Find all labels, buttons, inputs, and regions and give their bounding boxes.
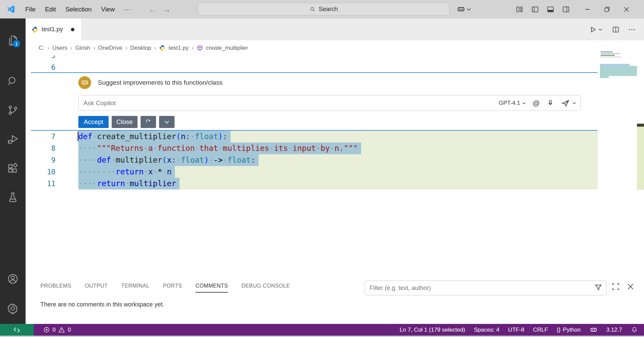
testing-icon[interactable] bbox=[0, 186, 26, 209]
model-picker-button[interactable]: GPT-4.1 bbox=[499, 100, 526, 107]
menu-view[interactable]: View bbox=[97, 0, 120, 18]
vscode-logo bbox=[6, 5, 15, 14]
code-line-6[interactable]: 6 bbox=[31, 61, 598, 73]
remote-indicator[interactable] bbox=[0, 324, 34, 336]
mention-context-button[interactable]: @ bbox=[533, 99, 540, 107]
close-button[interactable]: Close bbox=[112, 116, 138, 128]
breadcrumb-item-onedrive[interactable]: OneDrive bbox=[98, 45, 122, 51]
run-python-file-button[interactable] bbox=[589, 25, 602, 34]
breadcrumb-item-test1-py[interactable]: test1.py bbox=[168, 45, 189, 51]
selected-code-text: ········return·x·*·n bbox=[78, 166, 175, 178]
editor[interactable]: 5 6 Suggest improvements to this functio… bbox=[31, 55, 600, 279]
search-input[interactable]: Search bbox=[198, 3, 450, 15]
tab-test1-py[interactable]: test1.py bbox=[26, 18, 82, 40]
python-interpreter-status[interactable]: 3.12.7 bbox=[606, 327, 622, 333]
breadcrumb-separator: › bbox=[47, 45, 49, 51]
split-editor-button[interactable] bbox=[612, 26, 620, 34]
code-line-11[interactable]: 11····return·multiplier bbox=[31, 178, 598, 189]
breadcrumb-item-desktop[interactable]: Desktop bbox=[130, 45, 151, 51]
warning-icon bbox=[58, 326, 65, 334]
symbol-method-icon bbox=[197, 45, 203, 51]
line-number: 11 bbox=[31, 180, 55, 188]
copilot-icon bbox=[457, 5, 465, 14]
code-line-9[interactable]: 9····def·multiplier(x:·float)·->·float: bbox=[31, 154, 598, 166]
panel-tab-problems[interactable]: PROBLEMS bbox=[40, 283, 71, 293]
panel-tab-debug-console[interactable]: DEBUG CONSOLE bbox=[241, 283, 290, 293]
send-button[interactable] bbox=[561, 99, 576, 108]
minimize-button[interactable] bbox=[578, 0, 597, 18]
encoding-status[interactable]: UTF-8 bbox=[508, 327, 524, 333]
selected-code-text: def·create_multiplier(n:·float): bbox=[78, 131, 231, 142]
toggle-primary-sidebar-icon[interactable] bbox=[527, 0, 543, 18]
panel-tab-comments[interactable]: COMMENTS bbox=[195, 283, 228, 293]
copilot-menu-button[interactable] bbox=[457, 0, 471, 18]
accept-button[interactable]: Accept bbox=[78, 116, 109, 128]
panel-tab-ports[interactable]: PORTS bbox=[163, 283, 182, 293]
navigate-forward-icon[interactable]: → bbox=[162, 5, 171, 14]
editor-more-actions-button[interactable] bbox=[628, 26, 636, 34]
code-line-10[interactable]: 10········return·x·*·n bbox=[31, 166, 598, 178]
breadcrumb-item-users[interactable]: Users bbox=[52, 45, 67, 51]
copilot-status[interactable] bbox=[590, 326, 598, 334]
run-debug-icon[interactable] bbox=[0, 128, 26, 151]
toggle-panel-icon[interactable] bbox=[543, 0, 558, 18]
language-mode-status[interactable]: {}Python bbox=[557, 327, 580, 333]
panel-tab-output[interactable]: OUTPUT bbox=[85, 283, 108, 293]
copilot-avatar-icon bbox=[78, 76, 91, 89]
unsaved-changes-dot[interactable] bbox=[71, 28, 74, 31]
customize-layout-icon[interactable] bbox=[512, 0, 527, 18]
eol-status[interactable]: CRLF bbox=[533, 327, 548, 333]
error-count: 0 bbox=[52, 327, 55, 333]
inline-chat-prompt-text: Suggest improvements to this function/cl… bbox=[98, 79, 223, 86]
filter-icon[interactable] bbox=[594, 283, 603, 292]
code-line-5[interactable]: 5 bbox=[31, 55, 598, 61]
navigate-back-icon[interactable]: ← bbox=[148, 5, 156, 14]
breadcrumb-item-girish[interactable]: Girish bbox=[75, 45, 90, 51]
more-options-button[interactable] bbox=[159, 116, 175, 128]
code-lines: 7def·create_multiplier(n:·float):8····""… bbox=[31, 131, 598, 189]
problems-status[interactable]: 0 0 bbox=[43, 326, 71, 334]
code-line-7[interactable]: 7def·create_multiplier(n:·float): bbox=[31, 131, 598, 142]
comments-filter-input[interactable] bbox=[365, 281, 607, 295]
line-number: 5 bbox=[31, 55, 55, 60]
python-icon bbox=[159, 45, 165, 51]
panel-tab-terminal[interactable]: TERMINAL bbox=[121, 283, 149, 293]
search-sidebar-icon[interactable] bbox=[0, 70, 26, 93]
text-cursor bbox=[78, 132, 78, 141]
breadcrumb-separator: › bbox=[192, 45, 194, 51]
source-control-icon[interactable] bbox=[0, 98, 26, 122]
cursor-position-status[interactable]: Ln 7, Col 1 (179 selected) bbox=[400, 327, 465, 333]
selected-code-text: ····return·multiplier bbox=[78, 178, 180, 189]
line-number: 6 bbox=[31, 64, 55, 72]
menu-bar: FileEditSelectionView bbox=[21, 0, 119, 18]
close-window-button[interactable] bbox=[617, 0, 636, 18]
code-line-8[interactable]: 8····"""Returns·a·function·that·multipli… bbox=[31, 142, 598, 154]
overview-ruler[interactable] bbox=[637, 55, 644, 279]
restore-button[interactable] bbox=[597, 0, 617, 18]
inline-chat-widget: Suggest improvements to this function/cl… bbox=[31, 73, 598, 130]
editor-tab-bar: test1.py bbox=[26, 18, 644, 40]
menu-file[interactable]: File bbox=[21, 0, 40, 18]
status-bar: 0 0 Ln 7, Col 1 (179 selected) Spaces: 4… bbox=[0, 324, 644, 336]
breadcrumb-item-create-multiplier[interactable]: create_multiplier bbox=[206, 45, 248, 51]
model-name: GPT-4.1 bbox=[499, 100, 520, 107]
voice-input-button[interactable] bbox=[546, 99, 554, 107]
toggle-secondary-sidebar-icon[interactable] bbox=[558, 0, 574, 18]
explorer-icon[interactable]: 1 bbox=[0, 29, 26, 52]
python-icon bbox=[32, 26, 38, 33]
menu-overflow-icon[interactable]: ··· bbox=[119, 6, 135, 13]
account-icon[interactable] bbox=[0, 267, 26, 291]
breadcrumb-item-c-[interactable]: C: bbox=[39, 45, 44, 51]
maximize-panel-button[interactable] bbox=[611, 282, 620, 291]
indentation-status[interactable]: Spaces: 4 bbox=[474, 327, 499, 333]
minimap[interactable] bbox=[600, 51, 637, 91]
close-panel-button[interactable] bbox=[626, 282, 635, 291]
rerun-request-button[interactable] bbox=[141, 116, 156, 128]
menu-selection[interactable]: Selection bbox=[61, 0, 96, 18]
comments-empty-message: There are no comments in this workspace … bbox=[40, 301, 164, 308]
notifications-bell[interactable] bbox=[631, 326, 638, 333]
chevron-down-icon bbox=[599, 28, 602, 31]
extensions-icon[interactable] bbox=[0, 157, 26, 180]
menu-edit[interactable]: Edit bbox=[40, 0, 61, 18]
settings-gear-icon[interactable] bbox=[0, 297, 26, 320]
